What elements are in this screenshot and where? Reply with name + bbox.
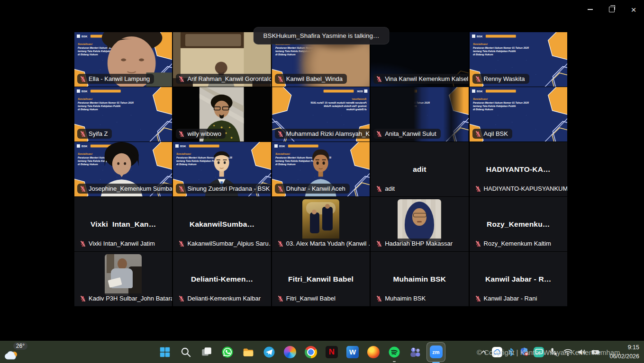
participant-tile[interactable]: Kadiv P3H Sulbar_John Batara [74, 252, 172, 306]
taskbar-app-copilot[interactable] [280, 341, 300, 363]
zoom-icon: zm [430, 345, 443, 358]
weather-widget[interactable]: 26° [4, 342, 27, 362]
participant-tile[interactable]: Fitri_Kanwil Babel Fitri_Kanwil Babel [272, 252, 370, 306]
cloud-app-icon [492, 347, 502, 357]
participant-tile[interactable]: BSK Sosialisasi Peraturan Menteri Hukum … [173, 142, 271, 196]
windows-security-icon [519, 347, 529, 357]
participant-tile[interactable]: Rozy_Kemenku… Rozy_Kemenkum Kaltim [470, 197, 567, 251]
talking-toast-text: BSKHukum_Shafira Yasmine is talking… [263, 32, 380, 39]
taskbar-app-word[interactable]: W [342, 341, 363, 363]
search-icon [180, 346, 192, 358]
muted-mic-icon [376, 131, 382, 137]
participant-tile[interactable]: KakanwilSumba… KakanwilSumbar_Alpius Sar… [173, 197, 271, 251]
tray-microphone-cursor[interactable] [548, 347, 559, 357]
taskbar-app-file-explorer[interactable] [238, 341, 259, 363]
participant-name: Kanwil Jabar - Rani [484, 295, 537, 302]
whatsapp-icon [221, 346, 234, 358]
participant-tile[interactable]: BSK Sosialisasi Peraturan Menteri Hukum … [272, 142, 370, 196]
tray-battery-charging[interactable] [591, 348, 601, 356]
taskbar-app-spotify[interactable] [384, 341, 405, 363]
participant-name-label: Muhammad Rizki Alamsyah_K… [275, 129, 370, 139]
participant-name: 03. Alex Marta Yudah (Kanwil … [286, 240, 370, 247]
taskbar-app-firefox[interactable] [363, 341, 384, 363]
participant-name-label: willy wibowo [176, 129, 226, 139]
participant-name-label: HADIYANTO-KAPUSYANKUM … [472, 184, 567, 194]
taskbar-app-search[interactable] [175, 341, 196, 363]
muted-mic-icon [475, 76, 481, 82]
participant-tile[interactable]: BSK Sosialisasi Peraturan Menteri Hukum … [371, 87, 468, 142]
participant-name-label: Kanwil Babel_Winda [275, 74, 347, 84]
participant-name: adit [385, 185, 395, 192]
participant-tile[interactable]: Delianti-Kemen… Delianti-Kemenkum Kalbar [173, 252, 271, 306]
participant-tile[interactable]: Kanwil Jabar - R… Kanwil Jabar - Rani [470, 252, 567, 306]
svg-text:BSK: BSK [477, 90, 483, 93]
restore-icon [609, 7, 615, 12]
firefox-icon [367, 346, 380, 358]
muted-mic-icon [376, 295, 382, 302]
microphone-cursor-icon [548, 347, 559, 357]
participant-name: Muhammad Rizki Alamsyah_K… [286, 130, 370, 137]
participant-name-label: Rozy_Kemenkum Kaltim [472, 239, 555, 248]
svg-text:BSK: BSK [356, 90, 363, 93]
participant-name-label: Renny Waskita [472, 74, 529, 84]
participant-tile[interactable]: willy wibowo [173, 87, 271, 142]
muted-mic-icon [80, 186, 86, 192]
minimize-button[interactable] [583, 3, 597, 16]
participant-name-label: Hadariah BHP Makassar [373, 239, 457, 248]
participant-tile[interactable]: Muhaimin BSK Muhaimin BSK [371, 252, 468, 306]
profile-photo-man [105, 254, 142, 296]
participant-name: Muhaimin BSK [385, 295, 426, 302]
participant-tile[interactable]: adit adit [371, 142, 468, 196]
participant-tile[interactable]: BSK Sosialisasi Peraturan Menteri Hukum … [74, 32, 172, 87]
taskbar-clock[interactable]: 9:15 06/02/2026 [609, 343, 639, 360]
svg-text:di Bidang Hukum: di Bidang Hukum [473, 53, 493, 56]
task-view-icon [200, 346, 213, 358]
participant-name: Vixki Intan_Kanwil Jatim [89, 240, 155, 247]
svg-text:di Bidang Hukum: di Bidang Hukum [78, 108, 98, 111]
restore-button[interactable] [605, 3, 618, 16]
participant-tile[interactable]: BSK Sosialisasi Peraturan Menteri Hukum … [74, 87, 172, 142]
close-button[interactable]: × [627, 3, 640, 16]
taskbar-app-netflix[interactable]: N [321, 341, 342, 363]
profile-photo-couple [302, 199, 339, 242]
tray-volume[interactable] [577, 348, 587, 356]
participant-tile[interactable]: 03. Alex Marta Yudah (Kanwil … [272, 197, 370, 251]
battery-charging-icon [591, 348, 601, 356]
muted-mic-icon [178, 295, 185, 302]
window-controls: × [583, 3, 640, 16]
participant-tile[interactable]: Vixki Intan_Kan… Vixki Intan_Kanwil Jati… [74, 197, 172, 251]
muted-mic-icon [178, 76, 185, 82]
taskbar-app-telegram[interactable] [259, 341, 280, 363]
tray-bluetooth[interactable] [507, 347, 515, 357]
participant-name-label: KakanwilSumbar_Alpius Saru… [176, 239, 271, 248]
svg-text:Sosialisasi: Sosialisasi [78, 97, 92, 100]
muted-mic-icon [376, 76, 382, 82]
temperature-badge: 26° [13, 342, 27, 350]
participant-name: Kanwil Babel_Winda [286, 75, 343, 82]
participant-tile[interactable]: BSK Sosialisasi Peraturan Menteri Hukum … [470, 32, 567, 87]
taskbar-app-start[interactable] [154, 341, 175, 363]
file-explorer-icon [242, 346, 254, 358]
participant-tile[interactable]: HADIYANTO-KA… HADIYANTO-KAPUSYANKUM … [470, 142, 567, 196]
tray-wifi[interactable] [563, 348, 573, 356]
taskbar-app-zoom[interactable]: zm [426, 341, 446, 363]
participant-name: willy wibowo [187, 130, 221, 137]
tray-windows-security[interactable] [519, 347, 529, 357]
muted-mic-icon [277, 295, 284, 302]
participant-name: Josephine_Kemenkum Sumbar [89, 185, 172, 192]
taskbar-app-whatsapp[interactable] [217, 341, 238, 363]
taskbar-app-chrome[interactable] [300, 341, 321, 363]
tray-chevron-up[interactable] [480, 348, 488, 356]
participant-tile[interactable]: BSK Sosialisasi Peraturan Menteri Hukum … [272, 87, 370, 142]
participant-tile[interactable]: BSK Sosialisasi Peraturan Menteri Hukum … [470, 87, 567, 142]
participant-tile[interactable]: BSK Sosialisasi Peraturan Menteri Hukum … [74, 142, 172, 196]
taskbar-app-task-view[interactable] [196, 341, 217, 363]
participant-name: KakanwilSumbar_Alpius Saru… [187, 240, 271, 247]
svg-text:di Bidang Hukum: di Bidang Hukum [346, 108, 366, 111]
participant-name: Delianti-Kemenkum Kalbar [187, 295, 261, 302]
taskbar-app-teams[interactable]: T [405, 341, 426, 363]
tray-cloud-app[interactable] [492, 347, 502, 357]
participant-name-label: Ella - Kanwil Lampung [77, 74, 154, 84]
tray-screen-recorder[interactable] [534, 347, 544, 357]
participant-tile[interactable]: Hadariah BHP Makassar [371, 197, 468, 251]
